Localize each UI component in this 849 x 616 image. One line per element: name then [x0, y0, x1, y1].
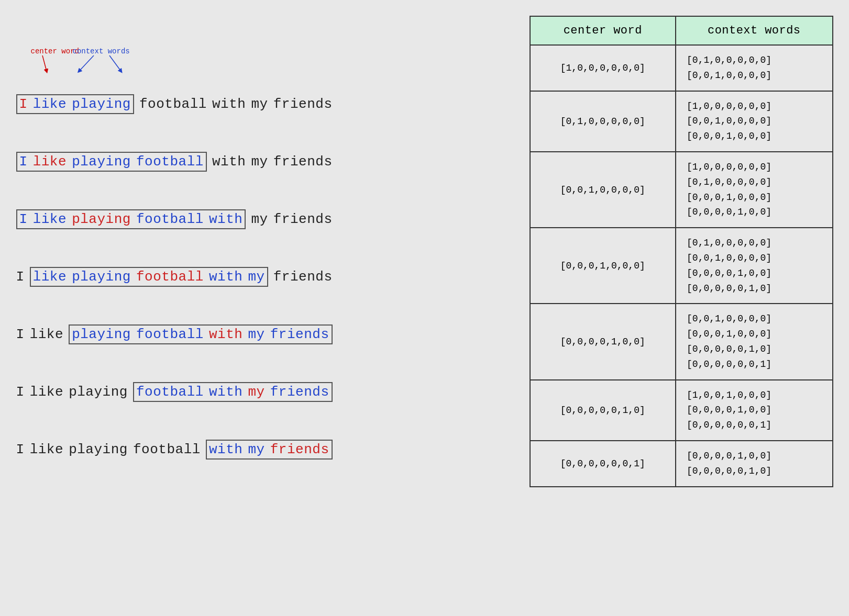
word-like-1: like: [33, 96, 67, 112]
word-with-5: with: [209, 327, 243, 342]
context-vec: [1,0,0,0,0,0,0]: [687, 160, 821, 175]
context-vec: [0,1,0,0,0,0,0]: [687, 53, 821, 68]
word-friends-3: friends: [273, 211, 333, 227]
table-row: [0,0,1,0,0,0,0] [1,0,0,0,0,0,0] [0,1,0,0…: [530, 152, 833, 228]
word-with-4: with: [209, 269, 243, 285]
word-my-2: my: [251, 154, 268, 170]
sentence-text-6: I like playing football with my friends: [16, 382, 333, 402]
word-I-1: I: [19, 96, 28, 112]
context-vec: [0,1,0,0,0,0,0]: [687, 236, 821, 251]
word-like-4: like: [33, 269, 67, 285]
left-panel: center word context words: [16, 16, 509, 478]
word-football-6: football: [136, 384, 204, 400]
word-football-2: football: [136, 154, 204, 170]
sentence-text-7: I like playing football with my friends: [16, 440, 333, 460]
context-vec: [0,0,1,0,0,0,0]: [687, 251, 821, 266]
col-header-center-word: center word: [530, 16, 676, 45]
word-friends-6: friends: [270, 384, 329, 400]
svg-line-0: [42, 55, 47, 71]
sentence-row-7: I like playing football with my friends: [16, 421, 509, 478]
word-playing-3: playing: [72, 211, 131, 227]
word-with-7: with: [209, 442, 243, 457]
word-my-1: my: [251, 96, 268, 112]
sentence-row-3: I like playing football with my friends: [16, 191, 509, 248]
box-3: I like playing football with: [16, 209, 246, 229]
center-vector-2: [0,1,0,0,0,0,0]: [530, 91, 676, 152]
word-my-5: my: [248, 327, 264, 342]
table-row: [1,0,0,0,0,0,0] [0,1,0,0,0,0,0] [0,0,1,0…: [530, 45, 833, 91]
center-vector-7: [0,0,0,0,0,0,1]: [530, 441, 676, 487]
context-vec: [0,0,0,0,0,1,0]: [687, 281, 821, 296]
sentence-text-5: I like playing football with my friends: [16, 324, 333, 344]
table-row: [0,0,0,0,0,0,1] [0,0,0,0,1,0,0] [0,0,0,0…: [530, 441, 833, 487]
context-vectors-7: [0,0,0,0,1,0,0] [0,0,0,0,0,1,0]: [676, 441, 832, 487]
center-vector-5: [0,0,0,0,1,0,0]: [530, 304, 676, 379]
word-my-6: my: [248, 384, 264, 400]
table-row: [0,1,0,0,0,0,0] [1,0,0,0,0,0,0] [0,0,1,0…: [530, 91, 833, 152]
context-vec: [0,0,0,0,1,0,0]: [687, 205, 821, 220]
context-vec: [0,0,0,0,1,0,0]: [687, 266, 821, 281]
word-playing-2: playing: [72, 154, 131, 170]
word-I-4: I: [16, 269, 25, 285]
data-table: center word context words [1,0,0,0,0,0,0…: [530, 16, 833, 487]
context-vectors-3: [1,0,0,0,0,0,0] [0,1,0,0,0,0,0] [0,0,0,1…: [676, 152, 832, 228]
word-I-7: I: [16, 442, 25, 457]
sentence-text-1: I like playing football with my friends: [16, 94, 333, 114]
context-vectors-6: [1,0,0,1,0,0,0] [0,0,0,0,1,0,0] [0,0,0,0…: [676, 380, 832, 441]
word-with-6: with: [209, 384, 243, 400]
context-vectors-5: [0,0,1,0,0,0,0] [0,0,0,1,0,0,0] [0,0,0,0…: [676, 304, 832, 379]
table-row: [0,0,0,0,1,0,0] [0,0,1,0,0,0,0] [0,0,0,1…: [530, 304, 833, 379]
box-7: with my friends: [206, 440, 333, 460]
sentence-text-4: I like playing football with my friends: [16, 267, 333, 287]
context-vec: [0,0,0,1,0,0,0]: [687, 129, 821, 144]
word-with-2: with: [212, 154, 246, 170]
word-I-6: I: [16, 384, 25, 400]
word-friends-5: friends: [270, 327, 329, 342]
word-I-5: I: [16, 327, 25, 342]
annotation-row: center word context words: [16, 47, 509, 73]
word-like-5: like: [30, 327, 64, 342]
context-vec: [0,0,1,0,0,0,0]: [687, 311, 821, 327]
word-football-4: football: [136, 269, 204, 285]
word-like-3: like: [33, 211, 67, 227]
box-4: like playing football with my: [30, 267, 268, 287]
context-vectors-4: [0,1,0,0,0,0,0] [0,0,1,0,0,0,0] [0,0,0,0…: [676, 228, 832, 304]
sentence-row-2: I like playing football with my friends: [16, 133, 509, 191]
context-vec: [0,0,0,0,0,0,1]: [687, 418, 821, 433]
context-vec: [0,0,0,0,0,1,0]: [687, 342, 821, 357]
main-container: center word context words: [16, 16, 833, 487]
sentence-text-3: I like playing football with my friends: [16, 209, 333, 229]
context-vectors-1: [0,1,0,0,0,0,0] [0,0,1,0,0,0,0]: [676, 45, 832, 91]
box-1: I like playing: [16, 94, 134, 114]
col-header-context-words: context words: [676, 16, 832, 45]
word-football-3: football: [136, 211, 204, 227]
right-panel: center word context words [1,0,0,0,0,0,0…: [530, 16, 833, 487]
word-playing-5: playing: [72, 327, 131, 342]
word-friends-2: friends: [273, 154, 333, 170]
word-like-6: like: [30, 384, 64, 400]
context-vec: [0,0,1,0,0,0,0]: [687, 68, 821, 83]
word-friends-7: friends: [270, 442, 329, 457]
box-6: football with my friends: [133, 382, 333, 402]
svg-line-2: [109, 55, 121, 71]
word-like-2: like: [33, 154, 67, 170]
center-vector-4: [0,0,0,1,0,0,0]: [530, 228, 676, 304]
word-with-1: with: [212, 96, 246, 112]
center-vector-3: [0,0,1,0,0,0,0]: [530, 152, 676, 228]
context-vec: [0,0,0,0,1,0,0]: [687, 449, 821, 464]
word-my-7: my: [248, 442, 264, 457]
context-vec: [0,0,0,1,0,0,0]: [687, 327, 821, 342]
context-vec: [0,0,1,0,0,0,0]: [687, 114, 821, 129]
context-vec: [0,0,0,0,1,0,0]: [687, 402, 821, 418]
context-vec: [0,0,0,0,0,1,0]: [687, 464, 821, 479]
center-vector-6: [0,0,0,0,0,1,0]: [530, 380, 676, 441]
center-vector-1: [1,0,0,0,0,0,0]: [530, 45, 676, 91]
box-5: playing football with my friends: [69, 324, 332, 344]
word-friends-1: friends: [273, 96, 333, 112]
context-vec: [0,0,0,0,0,0,1]: [687, 357, 821, 372]
word-my-4: my: [248, 269, 264, 285]
word-playing-6: playing: [69, 384, 128, 400]
context-vec: [1,0,0,1,0,0,0]: [687, 388, 821, 403]
word-I-3: I: [19, 211, 28, 227]
word-with-3: with: [209, 211, 243, 227]
